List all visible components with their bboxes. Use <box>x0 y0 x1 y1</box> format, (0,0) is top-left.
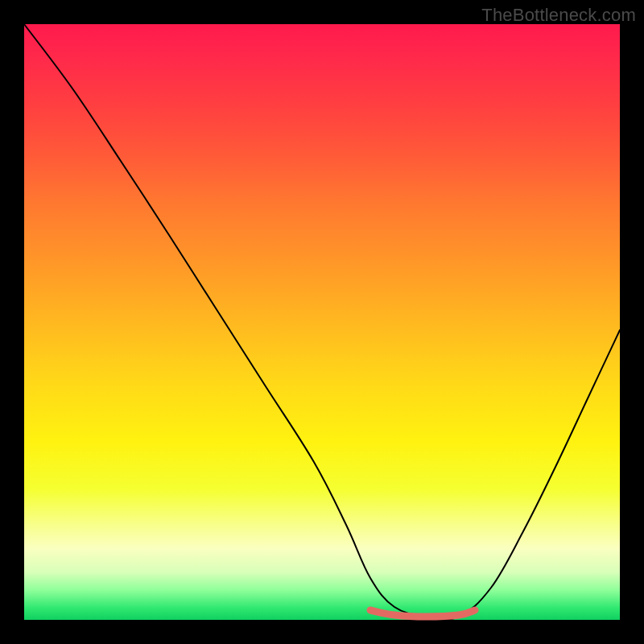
bottom-accent-segment <box>370 610 475 617</box>
bottleneck-curve <box>24 24 620 619</box>
attribution-text: TheBottleneck.com <box>481 5 636 26</box>
chart-svg <box>24 24 620 620</box>
chart-frame: TheBottleneck.com <box>0 0 644 644</box>
